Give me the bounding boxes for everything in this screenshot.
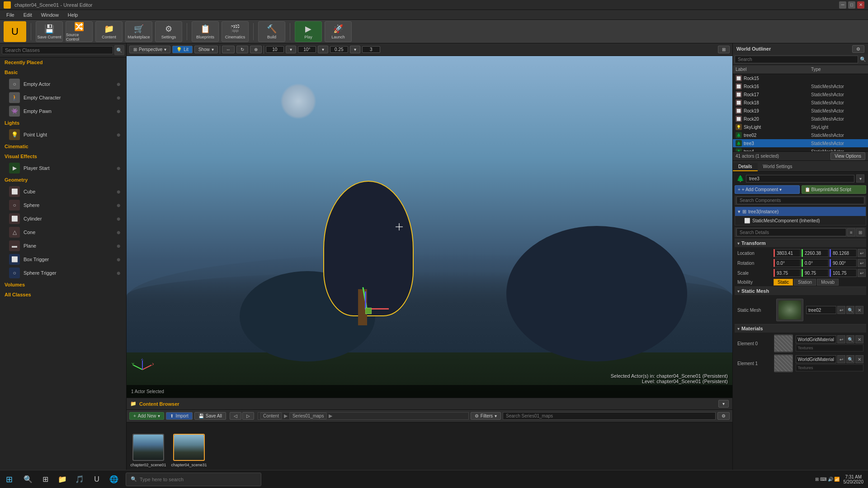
tab-world-settings[interactable]: World Settings (758, 163, 798, 171)
cb-item-chapter04-scene31[interactable]: chapter04_scene31 (171, 434, 207, 467)
scale-reset-button[interactable]: ↩ (858, 269, 866, 277)
viewport-max-button[interactable]: ⊞ (718, 46, 730, 53)
menu-window[interactable]: Window (37, 11, 63, 19)
chrome-button[interactable]: 🌐 (106, 471, 122, 488)
back-button[interactable]: ◁ (230, 412, 241, 420)
outliner-row-rock20[interactable]: ⬜ Rock20 StaticMeshActor (733, 115, 868, 123)
location-reset-button[interactable]: ↩ (858, 249, 866, 257)
cb-collapse-button[interactable]: ▾ (718, 400, 729, 408)
sidebar-item-recently-placed[interactable]: Recently Placed (0, 57, 126, 67)
spotify-button[interactable]: 🎵 (71, 471, 88, 488)
transform-tools[interactable]: ↔ (222, 46, 235, 53)
mobility-static-button[interactable]: Static (774, 279, 793, 286)
list-item-empty-pawn[interactable]: 👾 Empty Pawn ⊕ (0, 104, 126, 118)
materials-section-header[interactable]: ▾ Materials (735, 324, 866, 333)
outliner-row-rock18[interactable]: ⬜ Rock18 StaticMeshActor (733, 99, 868, 107)
sidebar-item-volumes[interactable]: Volumes (0, 280, 126, 290)
class-search-button[interactable]: 🔍 (114, 45, 124, 55)
viewport[interactable]: X Y Z Selected Actor(s) in: chapter04_Sc… (127, 56, 732, 398)
add-point-light-button[interactable]: ⊕ (115, 131, 122, 138)
add-new-button[interactable]: + Add New ▾ (129, 412, 164, 420)
outliner-search-button[interactable]: 🔍 (860, 56, 866, 62)
list-item-player-start[interactable]: ▶ Player Start ⊕ (0, 161, 126, 175)
sidebar-item-basic[interactable]: Basic (0, 67, 126, 77)
mobility-station-button[interactable]: Station (794, 279, 816, 286)
taskview-button[interactable]: ⊞ (37, 471, 53, 488)
sidebar-item-lights[interactable]: Lights (0, 118, 126, 128)
scale-x-input[interactable] (774, 269, 801, 277)
show-button[interactable]: Show ▾ (194, 46, 218, 53)
content-path-button[interactable]: Content (260, 413, 282, 419)
build-button[interactable]: 🔨 Build (258, 21, 285, 42)
rotation-y-input[interactable] (802, 259, 829, 267)
mat0-search-button[interactable]: 🔍 (846, 335, 854, 343)
tab-details[interactable]: Details (733, 163, 758, 171)
file-explorer-button[interactable]: 📁 (54, 471, 71, 488)
angle-snap-dropdown[interactable]: ▾ (318, 46, 328, 53)
mat1-search-button[interactable]: 🔍 (846, 355, 854, 363)
play-button[interactable]: ▶ Play (295, 21, 322, 42)
list-item-point-light[interactable]: 💡 Point Light ⊕ (0, 128, 126, 141)
outliner-row-rock16[interactable]: ⬜ Rock16 StaticMeshActor (733, 82, 868, 90)
rotate-tool[interactable]: ↻ (236, 46, 248, 53)
add-cube-button[interactable]: ⊕ (115, 188, 122, 195)
list-item-sphere[interactable]: ○ Sphere ⊕ (0, 198, 126, 212)
mat1-clear-button[interactable]: ✕ (855, 355, 863, 363)
save-current-button[interactable]: 💾 Save Current (36, 21, 63, 42)
blueprints-button[interactable]: 📋 Blueprints (192, 21, 219, 42)
actor-name-dropdown[interactable]: ▾ (856, 174, 864, 183)
add-empty-actor-button[interactable]: ⊕ (115, 81, 122, 87)
add-player-start-button[interactable]: ⊕ (115, 165, 122, 171)
unreal-engine-button[interactable]: U (89, 471, 105, 488)
maximize-button[interactable]: □ (848, 1, 855, 9)
start-button[interactable]: ⊞ (0, 470, 18, 488)
scale-snap-dropdown[interactable]: ▾ (350, 46, 360, 53)
list-item-sphere-trigger[interactable]: ○ Sphere Trigger ⊕ (0, 266, 126, 280)
lit-button[interactable]: 💡 Lit (172, 46, 193, 53)
outliner-row-tree3[interactable]: 🌲 tree3 StaticMeshActor (733, 139, 868, 147)
location-x-input[interactable] (774, 249, 801, 257)
sidebar-item-cinematic[interactable]: Cinematic (0, 141, 126, 151)
transform-section-header[interactable]: ▾ Transform (735, 239, 866, 247)
component-search-input[interactable] (736, 197, 864, 204)
menu-file[interactable]: File (2, 11, 19, 19)
view-options-button[interactable]: View Options (830, 152, 865, 160)
class-search-input[interactable] (2, 46, 113, 54)
scale-tool[interactable]: ⊕ (250, 46, 262, 53)
sidebar-item-geometry[interactable]: Geometry (0, 175, 126, 185)
outliner-settings-button[interactable]: ⚙ (852, 45, 864, 53)
menu-edit[interactable]: Edit (19, 11, 37, 19)
rotation-z-input[interactable] (830, 259, 857, 267)
add-cone-button[interactable]: ⊕ (115, 229, 122, 235)
details-grid-toggle[interactable]: ⊞ (856, 228, 864, 236)
list-item-cube[interactable]: ⬜ Cube ⊕ (0, 185, 126, 198)
filters-button[interactable]: ⚙ Filters ▾ (471, 412, 501, 420)
component-tree-instance[interactable]: ▾ ⊞ tree3(Instance) (735, 207, 866, 216)
outliner-row-tree4[interactable]: 🌲 tree4 StaticMeshActor (733, 147, 868, 151)
blueprint-script-button[interactable]: 📋 Blueprint/Add Script (802, 185, 867, 194)
sidebar-item-visual-effects[interactable]: Visual Effects (0, 151, 126, 161)
settings-button[interactable]: ⚙ Settings (155, 21, 182, 42)
list-item-box-trigger[interactable]: ⬜ Box Trigger ⊕ (0, 253, 126, 266)
outliner-row-rock17[interactable]: ⬜ Rock17 StaticMeshActor (733, 90, 868, 99)
close-button[interactable]: ✕ (857, 1, 864, 9)
add-empty-character-button[interactable]: ⊕ (115, 94, 122, 101)
outliner-row-tree02[interactable]: 🌲 tree02 StaticMeshActor (733, 131, 868, 139)
list-item-cone[interactable]: △ Cone ⊕ (0, 225, 126, 239)
outliner-row-rock19[interactable]: ⬜ Rock19 StaticMeshActor (733, 107, 868, 115)
scale-z-input[interactable] (830, 269, 857, 277)
add-empty-pawn-button[interactable]: ⊕ (115, 108, 122, 114)
sm-search-button[interactable]: ↩ (837, 306, 845, 314)
outliner-search-input[interactable] (735, 56, 858, 63)
cb-item-chapter02-scene01[interactable]: chapter02_scene01 (130, 434, 166, 467)
details-view-toggle[interactable]: ≡ (847, 228, 855, 236)
list-item-empty-character[interactable]: 🚶 Empty Character ⊕ (0, 91, 126, 104)
add-cylinder-button[interactable]: ⊕ (115, 216, 122, 222)
taskbar-search-bar[interactable]: 🔍 Type here to search (126, 473, 261, 486)
cb-settings-button[interactable]: ⚙ (717, 412, 730, 420)
content-search-input[interactable] (503, 412, 716, 420)
add-sphere-button[interactable]: ⊕ (115, 202, 122, 208)
menu-help[interactable]: Help (63, 11, 83, 19)
add-sphere-trigger-button[interactable]: ⊕ (115, 270, 122, 276)
minimize-button[interactable]: ─ (839, 1, 846, 9)
